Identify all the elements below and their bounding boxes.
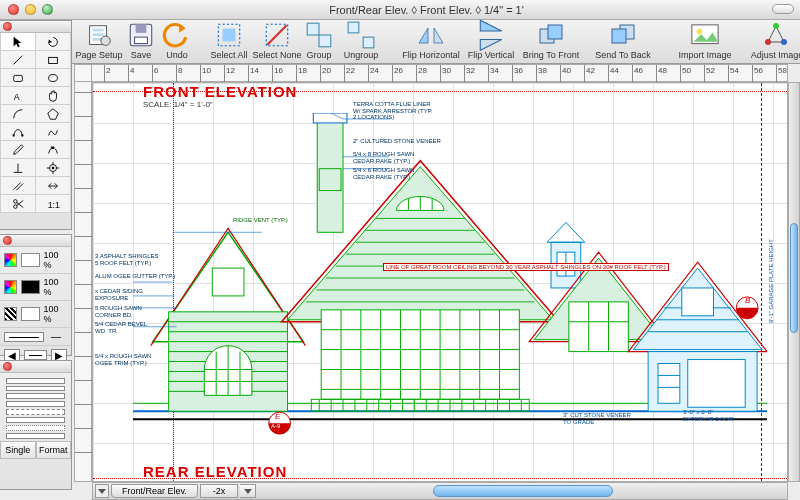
bring-to-front-button[interactable]: Bring To Front <box>516 22 586 60</box>
svg-line-123 <box>13 55 22 64</box>
line-style-7[interactable] <box>6 425 65 431</box>
group-button[interactable]: Group <box>302 22 336 60</box>
send-to-back-button[interactable]: Send To Back <box>588 22 658 60</box>
rect-tool[interactable] <box>36 51 72 69</box>
bezier-tool[interactable] <box>0 123 36 141</box>
stroke-color-picker-icon[interactable] <box>4 253 17 267</box>
fill-color-picker-icon[interactable] <box>4 280 17 294</box>
zoom-tool[interactable]: 1:1 <box>36 195 72 213</box>
pointer-tool[interactable] <box>0 33 36 51</box>
dimension-tool[interactable] <box>36 177 72 195</box>
line-style-4[interactable] <box>6 401 65 407</box>
vertical-scrollbar[interactable] <box>788 82 800 482</box>
select-none-button[interactable]: Select None <box>254 22 300 60</box>
toolbar-toggle-icon[interactable] <box>772 4 794 14</box>
line-style-8[interactable] <box>6 433 65 439</box>
eyedropper-tool[interactable] <box>0 141 36 159</box>
roundrect-tool[interactable] <box>0 69 36 87</box>
note-rake2: 5/4 x 6 ROUGH SAWN CEDAR RAKE (TYP.) <box>353 167 414 180</box>
ruler-origin[interactable] <box>74 64 92 82</box>
stroke-opacity[interactable]: 100 % <box>44 250 67 270</box>
freehand-tool[interactable] <box>36 123 72 141</box>
attributes-palette[interactable]: 100 % 100 % 100 % — ◀ ▶ <box>0 234 72 356</box>
svg-rect-13 <box>319 35 331 47</box>
flip-vertical-button[interactable]: Flip Vertical <box>468 22 514 60</box>
svg-point-21 <box>697 28 703 34</box>
svg-rect-1 <box>92 28 103 31</box>
pattern-opacity[interactable]: 100 % <box>44 304 67 324</box>
svg-rect-99 <box>569 302 628 352</box>
snap-point-tool[interactable] <box>36 159 72 177</box>
line-style-5[interactable] <box>6 409 65 415</box>
single-button[interactable]: Single <box>0 441 36 459</box>
pattern-swatch[interactable] <box>21 307 40 321</box>
adjust-image-button[interactable]: Adjust Image <box>742 22 800 60</box>
zoom-window-icon[interactable] <box>42 4 53 15</box>
svg-rect-33 <box>317 113 343 232</box>
import-image-button[interactable]: Import Image <box>670 22 740 60</box>
stroke-color-row[interactable]: 100 % <box>0 247 71 274</box>
vertical-scroll-thumb[interactable] <box>790 223 798 333</box>
group-label: Group <box>306 50 331 60</box>
stroke-swatch[interactable] <box>21 253 40 267</box>
perpendicular-tool[interactable] <box>0 159 36 177</box>
undo-button[interactable]: Undo <box>160 22 194 60</box>
note-rake1: 5/4 x 8 ROUGH SAWN CEDAR RAKE (TYP.) <box>353 151 414 164</box>
line-style-1[interactable] <box>6 378 65 384</box>
parallel-tool[interactable] <box>0 177 36 195</box>
horizontal-scrollbar[interactable]: Front/Rear Elev. -2x <box>92 482 788 500</box>
line-tool[interactable] <box>0 51 36 69</box>
arc-tool[interactable] <box>0 105 36 123</box>
zoom-menu-button[interactable] <box>240 484 256 498</box>
line-style-2[interactable] <box>6 386 65 391</box>
line-style-3[interactable] <box>6 393 65 399</box>
hand-tool[interactable] <box>36 87 72 105</box>
polygon-tool[interactable] <box>36 105 72 123</box>
horizontal-ruler[interactable]: 2468101214161820222426283032343638404244… <box>92 64 788 82</box>
svg-line-140 <box>16 183 23 190</box>
pattern-row[interactable]: 100 % <box>0 301 71 328</box>
line-weight-picker[interactable] <box>4 332 44 342</box>
palette3-close-icon[interactable] <box>3 362 12 371</box>
horizontal-scroll-thumb[interactable] <box>433 485 613 497</box>
fill-swatch[interactable] <box>21 280 40 294</box>
format-button[interactable]: Format <box>36 441 72 459</box>
svg-rect-6 <box>136 24 147 33</box>
select-all-button[interactable]: Select All <box>206 22 252 60</box>
line-styles-palette[interactable]: Single Format <box>0 360 72 490</box>
adjust-image-label: Adjust Image <box>751 50 800 60</box>
minimize-window-icon[interactable] <box>25 4 36 15</box>
save-button[interactable]: Save <box>124 22 158 60</box>
palette2-close-icon[interactable] <box>3 236 12 245</box>
svg-rect-124 <box>48 57 57 63</box>
drawing-canvas[interactable]: FRONT ELEVATION SCALE: 1/4" = 1'-0" REAR… <box>92 82 788 482</box>
page-setup-button[interactable]: Page Setup <box>76 22 122 60</box>
sheet-tab[interactable]: Front/Rear Elev. <box>111 484 198 498</box>
fill-opacity[interactable]: 100 % <box>44 277 67 297</box>
svg-rect-9 <box>223 29 236 42</box>
zoom-display[interactable]: -2x <box>200 484 239 498</box>
window-title: Front/Rear Elev. ◊ Front Elev. ◊ 1/4" = … <box>53 4 800 16</box>
svg-point-126 <box>48 74 57 81</box>
vertical-ruler[interactable] <box>74 82 92 482</box>
palette-close-icon[interactable] <box>3 22 12 31</box>
tab-menu-button[interactable] <box>95 484 109 498</box>
fill-color-row[interactable]: 100 % <box>0 274 71 301</box>
marker-e: E <box>275 413 280 422</box>
line-style-6[interactable] <box>6 417 65 423</box>
scissors-tool[interactable] <box>0 195 36 213</box>
ellipse-tool[interactable] <box>36 69 72 87</box>
line-weight-menu-icon[interactable]: — <box>48 331 64 342</box>
rotate-tool[interactable] <box>36 33 72 51</box>
svg-rect-14 <box>348 22 359 33</box>
flip-horizontal-button[interactable]: Flip Horizontal <box>396 22 466 60</box>
tools-palette[interactable]: A 1:1 <box>0 20 72 230</box>
line-weight-row[interactable]: — <box>0 328 71 346</box>
pattern-icon[interactable] <box>4 307 17 321</box>
close-window-icon[interactable] <box>8 4 19 15</box>
svg-point-128 <box>12 134 14 136</box>
line-style-picker[interactable] <box>24 350 48 360</box>
text-tool[interactable]: A <box>0 87 36 105</box>
reshape-tool[interactable] <box>36 141 72 159</box>
ungroup-button[interactable]: Ungroup <box>338 22 384 60</box>
